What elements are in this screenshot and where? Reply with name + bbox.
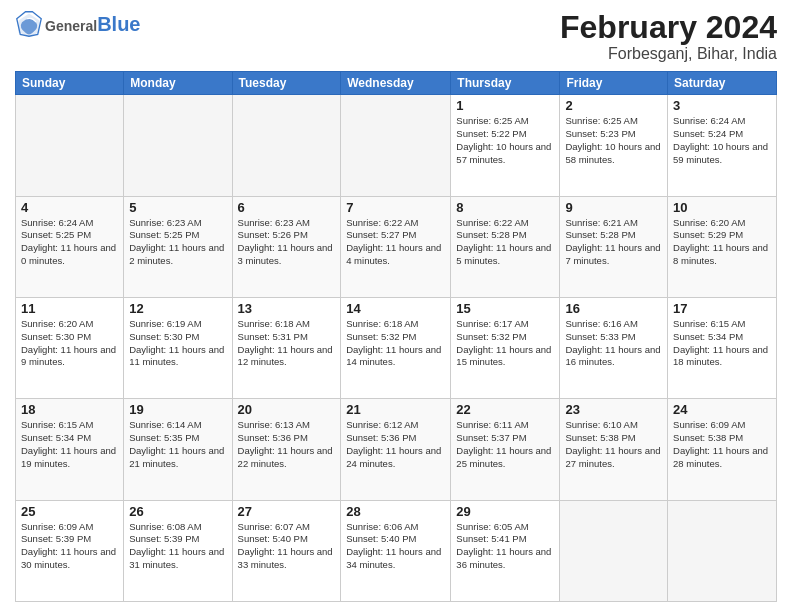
day-info: Sunrise: 6:15 AMSunset: 5:34 PMDaylight:… bbox=[673, 318, 771, 369]
day-info: Sunrise: 6:09 AMSunset: 5:38 PMDaylight:… bbox=[673, 419, 771, 470]
day-number: 25 bbox=[21, 504, 118, 519]
day-info: Sunrise: 6:22 AMSunset: 5:28 PMDaylight:… bbox=[456, 217, 554, 268]
calendar-cell: 18Sunrise: 6:15 AMSunset: 5:34 PMDayligh… bbox=[16, 399, 124, 500]
day-number: 18 bbox=[21, 402, 118, 417]
calendar-cell: 22Sunrise: 6:11 AMSunset: 5:37 PMDayligh… bbox=[451, 399, 560, 500]
day-info: Sunrise: 6:13 AMSunset: 5:36 PMDaylight:… bbox=[238, 419, 336, 470]
calendar-cell: 16Sunrise: 6:16 AMSunset: 5:33 PMDayligh… bbox=[560, 297, 668, 398]
day-number: 27 bbox=[238, 504, 336, 519]
header-thursday: Thursday bbox=[451, 72, 560, 95]
calendar-week-1: 1Sunrise: 6:25 AMSunset: 5:22 PMDaylight… bbox=[16, 95, 777, 196]
day-number: 11 bbox=[21, 301, 118, 316]
day-info: Sunrise: 6:07 AMSunset: 5:40 PMDaylight:… bbox=[238, 521, 336, 572]
day-info: Sunrise: 6:15 AMSunset: 5:34 PMDaylight:… bbox=[21, 419, 118, 470]
calendar-cell bbox=[16, 95, 124, 196]
calendar-cell: 13Sunrise: 6:18 AMSunset: 5:31 PMDayligh… bbox=[232, 297, 341, 398]
day-number: 10 bbox=[673, 200, 771, 215]
header-friday: Friday bbox=[560, 72, 668, 95]
calendar-cell: 29Sunrise: 6:05 AMSunset: 5:41 PMDayligh… bbox=[451, 500, 560, 601]
day-number: 23 bbox=[565, 402, 662, 417]
day-info: Sunrise: 6:25 AMSunset: 5:23 PMDaylight:… bbox=[565, 115, 662, 166]
day-number: 12 bbox=[129, 301, 226, 316]
day-info: Sunrise: 6:25 AMSunset: 5:22 PMDaylight:… bbox=[456, 115, 554, 166]
day-info: Sunrise: 6:20 AMSunset: 5:29 PMDaylight:… bbox=[673, 217, 771, 268]
calendar-cell bbox=[668, 500, 777, 601]
month-title: February 2024 bbox=[560, 10, 777, 45]
calendar-cell: 15Sunrise: 6:17 AMSunset: 5:32 PMDayligh… bbox=[451, 297, 560, 398]
day-number: 7 bbox=[346, 200, 445, 215]
day-number: 3 bbox=[673, 98, 771, 113]
day-info: Sunrise: 6:23 AMSunset: 5:26 PMDaylight:… bbox=[238, 217, 336, 268]
calendar-cell bbox=[232, 95, 341, 196]
calendar-cell: 20Sunrise: 6:13 AMSunset: 5:36 PMDayligh… bbox=[232, 399, 341, 500]
day-number: 1 bbox=[456, 98, 554, 113]
day-info: Sunrise: 6:24 AMSunset: 5:24 PMDaylight:… bbox=[673, 115, 771, 166]
calendar-cell: 24Sunrise: 6:09 AMSunset: 5:38 PMDayligh… bbox=[668, 399, 777, 500]
calendar-week-2: 4Sunrise: 6:24 AMSunset: 5:25 PMDaylight… bbox=[16, 196, 777, 297]
calendar-cell: 8Sunrise: 6:22 AMSunset: 5:28 PMDaylight… bbox=[451, 196, 560, 297]
day-info: Sunrise: 6:20 AMSunset: 5:30 PMDaylight:… bbox=[21, 318, 118, 369]
page: General Blue February 2024 Forbesganj, B… bbox=[0, 0, 792, 612]
day-info: Sunrise: 6:18 AMSunset: 5:32 PMDaylight:… bbox=[346, 318, 445, 369]
calendar-cell: 6Sunrise: 6:23 AMSunset: 5:26 PMDaylight… bbox=[232, 196, 341, 297]
calendar-cell: 27Sunrise: 6:07 AMSunset: 5:40 PMDayligh… bbox=[232, 500, 341, 601]
day-info: Sunrise: 6:14 AMSunset: 5:35 PMDaylight:… bbox=[129, 419, 226, 470]
day-number: 4 bbox=[21, 200, 118, 215]
calendar-cell: 4Sunrise: 6:24 AMSunset: 5:25 PMDaylight… bbox=[16, 196, 124, 297]
day-number: 28 bbox=[346, 504, 445, 519]
day-number: 22 bbox=[456, 402, 554, 417]
calendar-cell: 2Sunrise: 6:25 AMSunset: 5:23 PMDaylight… bbox=[560, 95, 668, 196]
day-number: 21 bbox=[346, 402, 445, 417]
day-info: Sunrise: 6:11 AMSunset: 5:37 PMDaylight:… bbox=[456, 419, 554, 470]
header-saturday: Saturday bbox=[668, 72, 777, 95]
calendar-cell: 3Sunrise: 6:24 AMSunset: 5:24 PMDaylight… bbox=[668, 95, 777, 196]
calendar-cell: 11Sunrise: 6:20 AMSunset: 5:30 PMDayligh… bbox=[16, 297, 124, 398]
calendar-week-5: 25Sunrise: 6:09 AMSunset: 5:39 PMDayligh… bbox=[16, 500, 777, 601]
calendar-cell: 10Sunrise: 6:20 AMSunset: 5:29 PMDayligh… bbox=[668, 196, 777, 297]
day-number: 17 bbox=[673, 301, 771, 316]
calendar-cell: 19Sunrise: 6:14 AMSunset: 5:35 PMDayligh… bbox=[124, 399, 232, 500]
day-info: Sunrise: 6:17 AMSunset: 5:32 PMDaylight:… bbox=[456, 318, 554, 369]
day-info: Sunrise: 6:19 AMSunset: 5:30 PMDaylight:… bbox=[129, 318, 226, 369]
day-info: Sunrise: 6:06 AMSunset: 5:40 PMDaylight:… bbox=[346, 521, 445, 572]
calendar-cell: 5Sunrise: 6:23 AMSunset: 5:25 PMDaylight… bbox=[124, 196, 232, 297]
day-info: Sunrise: 6:18 AMSunset: 5:31 PMDaylight:… bbox=[238, 318, 336, 369]
day-number: 16 bbox=[565, 301, 662, 316]
day-number: 15 bbox=[456, 301, 554, 316]
day-number: 19 bbox=[129, 402, 226, 417]
day-info: Sunrise: 6:16 AMSunset: 5:33 PMDaylight:… bbox=[565, 318, 662, 369]
calendar-cell: 21Sunrise: 6:12 AMSunset: 5:36 PMDayligh… bbox=[341, 399, 451, 500]
day-number: 14 bbox=[346, 301, 445, 316]
day-number: 8 bbox=[456, 200, 554, 215]
header-wednesday: Wednesday bbox=[341, 72, 451, 95]
calendar-cell: 12Sunrise: 6:19 AMSunset: 5:30 PMDayligh… bbox=[124, 297, 232, 398]
day-number: 29 bbox=[456, 504, 554, 519]
generalblue-icon bbox=[15, 10, 43, 38]
day-number: 20 bbox=[238, 402, 336, 417]
calendar-cell: 14Sunrise: 6:18 AMSunset: 5:32 PMDayligh… bbox=[341, 297, 451, 398]
header-tuesday: Tuesday bbox=[232, 72, 341, 95]
calendar-cell: 23Sunrise: 6:10 AMSunset: 5:38 PMDayligh… bbox=[560, 399, 668, 500]
day-info: Sunrise: 6:23 AMSunset: 5:25 PMDaylight:… bbox=[129, 217, 226, 268]
header-sunday: Sunday bbox=[16, 72, 124, 95]
calendar-week-4: 18Sunrise: 6:15 AMSunset: 5:34 PMDayligh… bbox=[16, 399, 777, 500]
calendar-cell bbox=[560, 500, 668, 601]
logo-blue: Blue bbox=[97, 13, 140, 36]
calendar-cell: 9Sunrise: 6:21 AMSunset: 5:28 PMDaylight… bbox=[560, 196, 668, 297]
day-info: Sunrise: 6:21 AMSunset: 5:28 PMDaylight:… bbox=[565, 217, 662, 268]
header-monday: Monday bbox=[124, 72, 232, 95]
weekday-header-row: Sunday Monday Tuesday Wednesday Thursday… bbox=[16, 72, 777, 95]
day-info: Sunrise: 6:24 AMSunset: 5:25 PMDaylight:… bbox=[21, 217, 118, 268]
day-number: 24 bbox=[673, 402, 771, 417]
calendar-cell: 17Sunrise: 6:15 AMSunset: 5:34 PMDayligh… bbox=[668, 297, 777, 398]
day-number: 5 bbox=[129, 200, 226, 215]
title-block: February 2024 Forbesganj, Bihar, India bbox=[560, 10, 777, 63]
day-info: Sunrise: 6:12 AMSunset: 5:36 PMDaylight:… bbox=[346, 419, 445, 470]
logo: General Blue bbox=[15, 10, 140, 38]
day-number: 6 bbox=[238, 200, 336, 215]
location-title: Forbesganj, Bihar, India bbox=[560, 45, 777, 63]
header: General Blue February 2024 Forbesganj, B… bbox=[15, 10, 777, 63]
calendar-cell: 25Sunrise: 6:09 AMSunset: 5:39 PMDayligh… bbox=[16, 500, 124, 601]
calendar-table: Sunday Monday Tuesday Wednesday Thursday… bbox=[15, 71, 777, 602]
calendar-cell: 28Sunrise: 6:06 AMSunset: 5:40 PMDayligh… bbox=[341, 500, 451, 601]
